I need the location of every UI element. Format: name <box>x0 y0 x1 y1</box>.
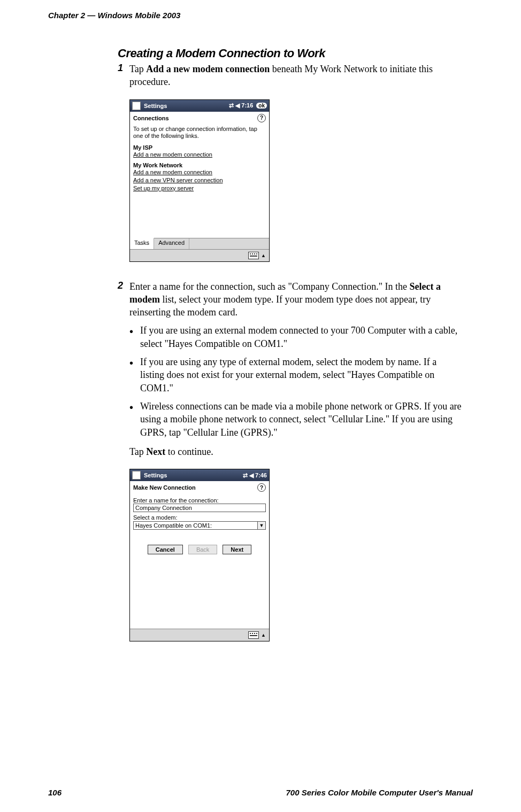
start-flag-icon[interactable] <box>132 102 141 110</box>
instruction-text: To set up or change connection informati… <box>133 126 266 141</box>
step-2-post: list, select your modem type. If your mo… <box>129 294 431 318</box>
titlebar-status-icons: ⇄ ◀ 7:16 <box>229 102 253 109</box>
titlebar: Settings ⇄ ◀ 7:46 <box>130 469 269 481</box>
titlebar-title: Settings <box>144 472 167 478</box>
screenshot-connections: Settings ⇄ ◀ 7:16 ok Connections ? To se… <box>129 99 270 262</box>
tab-tasks[interactable]: Tasks <box>130 238 154 249</box>
sip-arrow-icon[interactable]: ▲ <box>261 632 266 638</box>
group-my-isp: My ISP <box>133 144 266 151</box>
tab-advanced[interactable]: Advanced <box>154 238 189 249</box>
step-1-number: 1 <box>118 63 129 89</box>
step-2-number: 2 <box>118 280 129 459</box>
help-icon[interactable]: ? <box>257 114 266 122</box>
cancel-button[interactable]: Cancel <box>148 545 183 554</box>
bullet-1: • If you are using an external modem con… <box>129 324 462 350</box>
bullet-1-text: If you are using an external modem conne… <box>140 324 462 350</box>
tab-strip: Tasks Advanced <box>130 238 269 249</box>
link-isp-add-modem[interactable]: Add a new modem connection <box>133 151 266 159</box>
step-1-bold: Add a new modem connection <box>146 64 270 74</box>
modem-select-value: Hayes Compatible on COM1: <box>134 522 257 529</box>
screen-header: Connections ? <box>130 112 269 123</box>
step-1-text: Tap Add a new modem connection beneath M… <box>129 63 462 89</box>
screen-header: Make New Connection ? <box>130 481 269 493</box>
manual-title: 700 Series Color Mobile Computer User's … <box>286 788 473 797</box>
next-button[interactable]: Next <box>223 545 251 554</box>
bullet-3-text: Wireless connections can be made via a m… <box>140 400 462 439</box>
screen-header-title: Make New Connection <box>133 484 196 491</box>
sip-bar: ▲ <box>130 249 269 261</box>
screen-header-title: Connections <box>133 115 169 121</box>
link-work-add-vpn[interactable]: Add a new VPN server connection <box>133 176 266 184</box>
bullet-2: • If you are using any type of external … <box>129 355 462 395</box>
running-head: Chapter 2 — Windows Mobile 2003 <box>48 11 473 20</box>
section-heading: Creating a Modem Connection to Work <box>118 47 473 60</box>
bullet-icon: • <box>129 324 140 350</box>
label-select-modem: Select a modem: <box>133 514 266 521</box>
group-my-work-network: My Work Network <box>133 162 266 168</box>
page-number: 106 <box>48 788 62 797</box>
sip-bar: ▲ <box>130 629 269 641</box>
step-1: 1 Tap Add a new modem connection beneath… <box>118 63 462 89</box>
bullet-3: • Wireless connections can be made via a… <box>129 400 462 439</box>
link-work-add-modem[interactable]: Add a new modem connection <box>133 168 266 176</box>
step-2-text: Enter a name for the connection, such as… <box>129 280 462 319</box>
back-button: Back <box>188 545 217 554</box>
bullet-icon: • <box>129 355 140 395</box>
ok-button[interactable]: ok <box>256 103 267 109</box>
keyboard-icon[interactable] <box>248 631 259 639</box>
tap-next-post: to continue. <box>165 446 213 457</box>
titlebar-status-icons: ⇄ ◀ 7:46 <box>243 472 267 479</box>
titlebar-title: Settings <box>144 103 167 109</box>
step-2-pre: Enter a name for the connection, such as… <box>129 281 410 292</box>
start-flag-icon[interactable] <box>132 471 141 480</box>
keyboard-icon[interactable] <box>248 252 259 259</box>
titlebar: Settings ⇄ ◀ 7:16 ok <box>130 100 269 112</box>
bullet-2-text: If you are using any type of external mo… <box>140 355 462 395</box>
page-footer: 106 700 Series Color Mobile Computer Use… <box>48 788 473 797</box>
tap-next-line: Tap Next to continue. <box>129 445 462 458</box>
tap-next-bold: Next <box>146 446 165 457</box>
chevron-down-icon[interactable]: ▼ <box>257 522 265 529</box>
modem-select[interactable]: Hayes Compatible on COM1: ▼ <box>133 521 266 530</box>
step-2: 2 Enter a name for the connection, such … <box>118 280 462 459</box>
step-1-pre: Tap <box>129 64 146 74</box>
bullet-icon: • <box>129 400 140 439</box>
label-connection-name: Enter a name for the connection: <box>133 497 266 504</box>
screenshot-make-new-connection: Settings ⇄ ◀ 7:46 Make New Connection ? … <box>129 469 270 641</box>
connection-name-input[interactable] <box>133 504 266 512</box>
sip-arrow-icon[interactable]: ▲ <box>261 253 266 258</box>
tap-next-pre: Tap <box>129 446 146 457</box>
help-icon[interactable]: ? <box>257 483 266 492</box>
link-work-proxy[interactable]: Set up my proxy server <box>133 184 266 192</box>
